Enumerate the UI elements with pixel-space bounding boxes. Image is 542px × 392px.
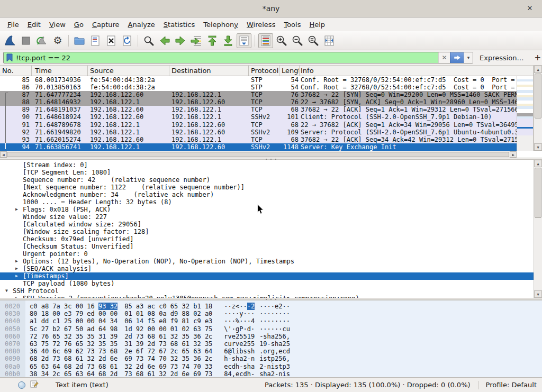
scroll-up-icon[interactable]: ▲ [534, 66, 542, 73]
title-bar[interactable]: *any ✕ [0, 0, 542, 17]
hex-row[interactable]: 00505c 27 b2 67 50 ad 64 981d 92 00 00 0… [0, 325, 542, 333]
menu-item-tools[interactable]: Tools [279, 19, 305, 30]
detail-row[interactable]: ▶Options: (12 bytes), No-Operation (NOP)… [0, 258, 534, 265]
table-row[interactable]: 8971.648191037192.168.122.60192.168.122.… [0, 106, 517, 113]
detail-row[interactable]: [Window size scaling factor: 128] [0, 228, 534, 235]
menu-item-view[interactable]: View [45, 19, 70, 30]
menu-item-statistics[interactable]: Statistics [159, 19, 199, 30]
menu-item-help[interactable]: Help [305, 19, 329, 30]
stop-capture-icon[interactable] [19, 33, 33, 48]
table-row[interactable]: 8771.647777234192.168.122.60192.168.122.… [0, 91, 517, 98]
capture-comment-icon[interactable] [30, 380, 39, 390]
vscroll-thumb[interactable] [535, 168, 541, 218]
hex-row[interactable]: 0020c0 a8 7a 3c 00 16 93 3285 a3 ac c0 6… [0, 303, 542, 310]
detail-row[interactable]: Sequence number: 42 (relative sequence n… [0, 176, 534, 184]
detail-row[interactable]: Checksum: 0x79ed [unverified] [0, 235, 534, 243]
menu-item-go[interactable]: Go [70, 19, 88, 30]
hex-row[interactable]: 007063 75 72 76 65 32 35 3531 39 2d 73 6… [0, 340, 542, 348]
find-packet-icon[interactable] [141, 33, 156, 48]
hex-row[interactable]: 006072 76 65 32 35 35 31 392d 73 68 61 3… [0, 333, 542, 340]
hex-row[interactable]: 00b038 34 2c 65 63 64 68 2d73 68 61 32 2… [0, 370, 542, 377]
detail-row[interactable]: Urgent pointer: 0 [0, 250, 534, 258]
table-row[interactable]: 9171.648789678192.168.122.1192.168.122.6… [0, 121, 517, 129]
scroll-down-icon[interactable]: ▼ [534, 143, 542, 151]
packet-minimap[interactable] [517, 76, 534, 151]
go-to-top-icon[interactable] [205, 33, 220, 48]
scroll-right-icon[interactable]: ▶ [510, 151, 517, 158]
open-file-icon[interactable] [72, 33, 87, 48]
zoom-out-icon[interactable] [290, 33, 305, 48]
packet-list-hscrollbar[interactable]: ◀ ▶ [0, 151, 517, 158]
hex-row[interactable]: 00a065 63 64 68 2d 73 68 6132 2d 6e 69 7… [0, 363, 542, 370]
column-header-time[interactable]: Time [32, 66, 88, 76]
detail-row[interactable]: ▶Flags: 0x018 (PSH, ACK) [0, 206, 534, 213]
menu-item-file[interactable]: File [3, 19, 23, 30]
column-header-destination[interactable]: Destination [169, 66, 249, 76]
go-back-icon[interactable] [157, 33, 172, 48]
expand-icon[interactable]: ▶ [15, 258, 23, 265]
table-row[interactable]: 9471.663856741192.168.122.1192.168.122.6… [0, 143, 517, 151]
apply-filter-button[interactable] [450, 52, 464, 63]
collapse-icon[interactable]: ▼ [5, 287, 13, 295]
close-icon[interactable]: ✕ [525, 4, 535, 13]
start-capture-icon[interactable] [3, 33, 17, 48]
table-row[interactable]: 8568.001734936fe:54:00:d4:38:2aSTP54Conf… [0, 76, 517, 84]
zoom-normal-icon[interactable] [306, 33, 321, 48]
detail-row[interactable]: [Checksum Status: Unverified] [0, 243, 534, 250]
go-to-bottom-icon[interactable] [221, 33, 236, 48]
auto-scroll-icon[interactable] [237, 33, 251, 48]
add-filter-button[interactable]: + [535, 53, 541, 62]
table-row[interactable]: 9271.661949820192.168.122.1192.168.122.6… [0, 129, 517, 136]
resize-columns-icon[interactable] [322, 33, 337, 48]
scroll-left-icon[interactable]: ◀ [0, 151, 7, 158]
detail-row[interactable]: ▼SSH Protocol [0, 287, 534, 295]
menu-item-wireless[interactable]: Wireless [242, 19, 279, 30]
detail-row[interactable]: [Calculated window size: 29056] [0, 221, 534, 228]
go-forward-icon[interactable] [173, 33, 188, 48]
zoom-in-icon[interactable] [274, 33, 289, 48]
expand-icon[interactable]: ▶ [15, 272, 23, 280]
detail-row[interactable]: [TCP Segment Len: 1080] [0, 169, 534, 176]
details-vscrollbar[interactable]: ▲ ▼ [534, 160, 542, 298]
expand-icon[interactable]: ▶ [15, 206, 23, 213]
column-header-protocol[interactable]: Protocol [249, 66, 279, 76]
detail-row[interactable]: [Stream index: 0] [0, 161, 534, 169]
detail-row[interactable]: ▶[SEQ/ACK analysis] [0, 265, 534, 272]
close-file-icon[interactable] [104, 33, 119, 48]
profile-button[interactable]: Profile: Default [486, 381, 537, 389]
colorize-packets-icon[interactable] [258, 33, 273, 48]
hex-row[interactable]: 0040a1 dd c1 25 00 00 04 3406 14 f5 e8 f… [0, 317, 542, 325]
scroll-down-icon[interactable]: ▼ [534, 290, 542, 298]
column-header-no[interactable]: No. [0, 66, 32, 76]
packet-list-vscrollbar[interactable]: ▲ ▼ [534, 66, 542, 151]
hex-row[interactable]: 008036 40 6c 69 62 73 73 682e 6f 72 67 2… [0, 348, 542, 355]
menu-item-edit[interactable]: Edit [23, 19, 45, 30]
detail-row[interactable]: ▶[Timestamps] [0, 272, 534, 280]
menu-item-telephony[interactable]: Telephony [199, 19, 242, 30]
filter-dropdown-caret-icon[interactable]: ▾ [464, 52, 473, 63]
table-row[interactable]: 9371.662015274192.168.122.60192.168.122.… [0, 136, 517, 143]
column-header-source[interactable]: Source [88, 66, 169, 76]
expand-icon[interactable]: ▶ [15, 265, 23, 272]
capture-options-icon[interactable]: ⚙ [50, 33, 65, 48]
bookmark-icon[interactable] [6, 53, 13, 62]
menu-item-capture[interactable]: Capture [88, 19, 124, 30]
display-filter-input[interactable]: !tcp.port == 22 ✕ ▾ [3, 52, 473, 63]
hex-row[interactable]: 009068 2d 73 68 61 32 2d 6e69 73 74 70 3… [0, 355, 542, 362]
filter-text-area[interactable]: !tcp.port == 22 [4, 52, 438, 63]
vscroll-thumb[interactable] [535, 74, 541, 118]
expression-button[interactable]: Expression… [480, 54, 524, 62]
reload-file-icon[interactable] [120, 33, 134, 48]
detail-row[interactable]: TCP payload (1080 bytes) [0, 280, 534, 287]
table-row[interactable]: 9071.648618924192.168.122.60192.168.122.… [0, 113, 517, 121]
clear-filter-icon[interactable]: ✕ [438, 52, 450, 63]
hex-row[interactable]: 003080 18 00 e3 79 ed 00 0001 01 08 0a d… [0, 310, 542, 317]
table-row[interactable]: 8871.648146932192.168.122.1192.168.122.6… [0, 98, 517, 106]
detail-row[interactable]: Acknowledgment number: 34 (relative ack … [0, 191, 534, 198]
column-header-info[interactable]: Info [300, 66, 534, 76]
expert-info-icon[interactable] [18, 381, 25, 389]
detail-row[interactable]: 1000 .... = Header Length: 32 bytes (8) [0, 198, 534, 206]
detail-row[interactable]: Window size value: 227 [0, 213, 534, 221]
hscroll-thumb[interactable] [7, 152, 509, 157]
go-to-packet-icon[interactable] [189, 33, 204, 48]
